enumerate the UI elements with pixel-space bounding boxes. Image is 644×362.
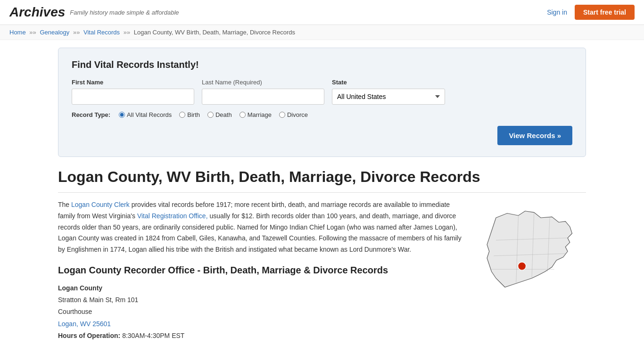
record-type-divorce-label[interactable]: Divorce <box>279 111 308 118</box>
address-hours: Hours of Operation: 8:30AM-4:30PM EST <box>58 330 468 342</box>
breadcrumb-genealogy[interactable]: Genealogy <box>40 29 69 36</box>
record-type-marriage-label[interactable]: Marriage <box>239 111 272 118</box>
header-actions: Sign in Start free trial <box>547 5 635 20</box>
site-tagline: Family history made simple & affordable <box>70 9 179 16</box>
content-area: The Logan County Clerk provides vital re… <box>58 199 586 342</box>
header-logo-area: Archives Family history made simple & af… <box>9 5 179 20</box>
breadcrumb-current: Logan County, WV Birth, Death, Marriage,… <box>134 29 295 36</box>
record-type-birth-label[interactable]: Birth <box>179 111 200 118</box>
description-paragraph: The Logan County Clerk provides vital re… <box>58 199 468 255</box>
record-type-birth-text: Birth <box>187 111 200 118</box>
record-type-all-label[interactable]: All Vital Records <box>119 111 172 118</box>
hours-label: Hours of Operation: <box>58 332 120 339</box>
site-header: Archives Family history made simple & af… <box>0 0 644 25</box>
page-heading: Logan County, WV Birth, Death, Marriage,… <box>58 168 586 193</box>
view-records-row: View Records » <box>72 126 572 145</box>
address-street: Stratton & Main St, Rm 101 <box>58 294 468 306</box>
logan-county-clerk-link[interactable]: Logan County Clerk <box>71 201 130 208</box>
first-name-label: First Name <box>72 79 194 86</box>
record-type-birth-radio[interactable] <box>179 112 185 118</box>
search-title: Find Vital Records Instantly! <box>72 59 572 70</box>
breadcrumb: Home »» Genealogy »» Vital Records »» Lo… <box>0 25 644 40</box>
last-name-input[interactable] <box>202 89 324 105</box>
first-name-group: First Name <box>72 79 194 105</box>
record-type-label: Record Type: <box>72 111 110 118</box>
breadcrumb-home[interactable]: Home <box>9 29 26 36</box>
section-heading: Logan County Recorder Office - Birth, De… <box>58 265 468 276</box>
last-name-group: Last Name (Required) <box>202 79 324 105</box>
sign-in-link[interactable]: Sign in <box>547 8 567 16</box>
state-select[interactable]: All United States Alabama Alaska Arizona… <box>332 89 445 105</box>
record-type-death-radio[interactable] <box>207 112 214 118</box>
search-fields: First Name Last Name (Required) State Al… <box>72 79 572 105</box>
address-building: Courthouse <box>58 306 468 318</box>
record-type-marriage-radio[interactable] <box>239 112 246 118</box>
address-city-state: Logan, WV 25601 <box>58 318 468 330</box>
main-content: Find Vital Records Instantly! First Name… <box>49 40 595 349</box>
last-name-label: Last Name (Required) <box>202 79 324 86</box>
record-type-marriage-text: Marriage <box>248 111 272 118</box>
breadcrumb-sep-1: »» <box>29 29 38 36</box>
content-text: The Logan County Clerk provides vital re… <box>58 199 468 342</box>
record-type-all-radio[interactable] <box>119 112 125 118</box>
record-type-options: All Vital Records Birth Death Marriage D… <box>119 111 308 118</box>
record-type-row: Record Type: All Vital Records Birth Dea… <box>72 111 572 118</box>
record-type-death-label[interactable]: Death <box>207 111 232 118</box>
address-city-link[interactable]: Logan, WV 25601 <box>58 320 111 328</box>
hours-text: 8:30AM-4:30PM EST <box>122 332 184 339</box>
first-name-input[interactable] <box>72 89 194 105</box>
svg-point-6 <box>518 262 526 270</box>
vital-registration-link[interactable]: Vital Registration Office, <box>137 212 208 220</box>
record-type-divorce-radio[interactable] <box>279 112 285 118</box>
breadcrumb-vital-records[interactable]: Vital Records <box>83 29 120 36</box>
wv-map <box>482 209 577 294</box>
breadcrumb-sep-2: »» <box>73 29 82 36</box>
record-type-death-text: Death <box>215 111 232 118</box>
view-records-button[interactable]: View Records » <box>497 126 572 145</box>
address-name: Logan County <box>58 282 468 294</box>
wv-map-svg <box>482 209 581 298</box>
state-group: State All United States Alabama Alaska A… <box>332 79 445 105</box>
record-type-divorce-text: Divorce <box>287 111 308 118</box>
address-block: Logan County Stratton & Main St, Rm 101 … <box>58 282 468 342</box>
search-box: Find Vital Records Instantly! First Name… <box>58 48 586 157</box>
start-trial-button[interactable]: Start free trial <box>575 5 635 20</box>
state-label: State <box>332 79 445 86</box>
wv-map-container <box>482 199 586 342</box>
site-logo: Archives <box>9 5 65 20</box>
breadcrumb-sep-3: »» <box>124 29 132 36</box>
record-type-all-text: All Vital Records <box>127 111 172 118</box>
